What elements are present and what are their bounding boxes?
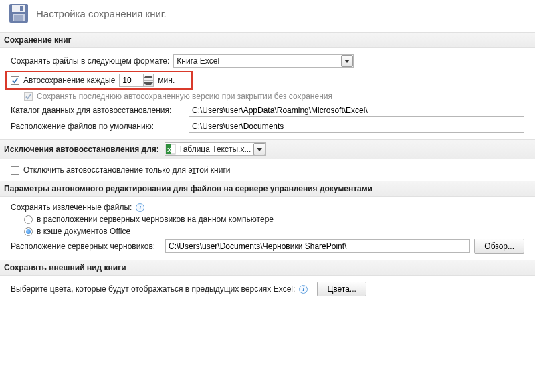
opt-server-drafts-radio[interactable] bbox=[24, 215, 33, 224]
chevron-up-icon bbox=[144, 76, 153, 78]
check-icon bbox=[12, 78, 18, 84]
opt-server-drafts-label: в расположении серверных черновиков на д… bbox=[37, 215, 274, 224]
extracted-files-label: Сохранять извлеченные файлы: bbox=[11, 203, 132, 212]
section-save-books: Сохранение книг bbox=[0, 32, 535, 48]
autorecover-dir-input[interactable] bbox=[189, 104, 524, 117]
drafts-location-input[interactable] bbox=[165, 239, 470, 253]
chevron-down-icon bbox=[257, 148, 262, 151]
check-icon bbox=[25, 94, 31, 100]
autosave-label: Автосохранение каждые bbox=[23, 76, 115, 85]
save-format-row: Сохранять файлы в следующем формате: Кни… bbox=[5, 54, 530, 70]
autosave-unit-label: мин. bbox=[158, 76, 175, 85]
opt-office-cache-radio[interactable] bbox=[24, 227, 33, 236]
colors-row: Выберите цвета, которые будут отображать… bbox=[5, 281, 530, 298]
info-icon[interactable]: i bbox=[299, 285, 308, 294]
autosave-highlight: Автосохранение каждые мин. bbox=[5, 71, 193, 90]
save-format-value: Книга Excel bbox=[174, 56, 341, 66]
svg-text:X: X bbox=[167, 146, 171, 153]
section-appearance: Сохранять внешний вид книги bbox=[0, 260, 535, 276]
section-exclusions: Исключения автовосстановления для: X Таб… bbox=[0, 139, 535, 159]
keep-last-version-checkbox bbox=[24, 92, 33, 101]
default-location-label: Расположение файлов по умолчанию: bbox=[11, 122, 185, 131]
browse-button[interactable]: Обзор... bbox=[474, 239, 524, 254]
extracted-files-row: Сохранять извлеченные файлы: i bbox=[5, 202, 530, 214]
autosave-checkbox[interactable] bbox=[11, 76, 19, 85]
exclusions-file-select[interactable]: X Таблица Тексты.x... bbox=[165, 142, 267, 156]
opt-server-drafts-row: в расположении серверных черновиков на д… bbox=[5, 214, 530, 226]
section-exclusions-label: Исключения автовосстановления для: bbox=[4, 144, 159, 154]
chevron-down-icon bbox=[344, 60, 350, 63]
keep-last-version-label: Сохранять последнюю автосохраненную верс… bbox=[37, 92, 332, 101]
exclusions-file-value: Таблица Тексты.x... bbox=[176, 144, 254, 154]
spinner-up-button[interactable] bbox=[144, 74, 153, 80]
autorecover-dir-label: Каталог даанных для автовосстановления: bbox=[11, 106, 185, 115]
info-icon[interactable]: i bbox=[136, 203, 144, 212]
save-format-select[interactable]: Книга Excel bbox=[173, 54, 354, 68]
opt-office-cache-row: в кэше документов Office bbox=[5, 226, 530, 238]
disable-autorecover-label: Отключить автовосстановление только для … bbox=[23, 165, 231, 175]
colors-label: Выберите цвета, которые будут отображать… bbox=[11, 284, 295, 294]
page-header: Настройка сохранения книг. bbox=[5, 3, 530, 28]
excel-file-icon: X bbox=[165, 144, 176, 155]
autorecover-dir-row: Каталог даанных для автовосстановления: bbox=[5, 103, 530, 119]
disable-autorecover-checkbox[interactable] bbox=[11, 166, 19, 175]
exclusions-dropdown-button[interactable] bbox=[253, 143, 265, 155]
save-format-dropdown-button[interactable] bbox=[341, 55, 353, 67]
section-offline: Параметры автономного редактирования для… bbox=[0, 181, 535, 197]
autosave-interval-spinner[interactable] bbox=[119, 74, 154, 87]
save-icon bbox=[8, 3, 29, 24]
save-format-label: Сохранять файлы в следующем формате: bbox=[11, 56, 169, 66]
chevron-down-icon bbox=[144, 82, 153, 85]
drafts-location-row: Расположение серверных черновиков: Обзор… bbox=[5, 238, 530, 256]
default-location-input[interactable] bbox=[189, 120, 524, 133]
keep-last-version-row: Сохранять последнюю автосохраненную верс… bbox=[5, 91, 530, 103]
opt-office-cache-label: в кэше документов Office bbox=[37, 227, 130, 236]
drafts-location-label: Расположение серверных черновиков: bbox=[11, 241, 161, 251]
colors-button[interactable]: Цвета... bbox=[317, 282, 366, 296]
autosave-interval-input[interactable] bbox=[119, 74, 143, 87]
default-location-row: Расположение файлов по умолчанию: bbox=[5, 119, 530, 135]
svg-rect-2 bbox=[20, 6, 23, 11]
page-title: Настройка сохранения книг. bbox=[36, 8, 167, 19]
disable-autorecover-row: Отключить автовосстановление только для … bbox=[5, 165, 530, 177]
spinner-down-button[interactable] bbox=[144, 80, 153, 87]
